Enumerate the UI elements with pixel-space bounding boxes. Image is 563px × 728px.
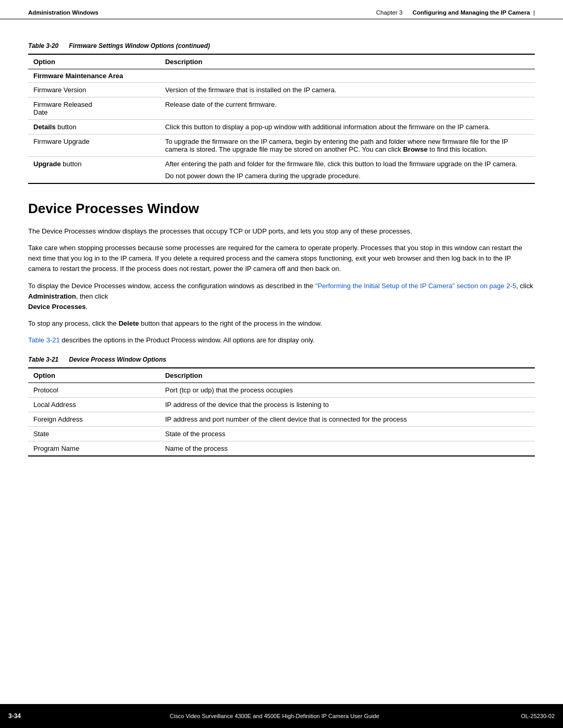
table20-title: Firmware Settings Window Options (contin…: [69, 42, 210, 50]
table20-caption: Table 3-20 Firmware Settings Window Opti…: [28, 42, 535, 50]
table-row: State State of the process: [28, 427, 535, 441]
para1: The Device Processes window displays the…: [28, 226, 535, 237]
table-row: Protocol Port (tcp or udp) that the proc…: [28, 383, 535, 398]
table-row: Firmware Upgrade To upgrade the firmware…: [28, 134, 535, 157]
row-option: Protocol: [28, 383, 160, 398]
table-row: Program Name Name of the process: [28, 441, 535, 456]
row-description: Version of the firmware that is installe…: [160, 83, 535, 97]
table21: Option Description Protocol Port (tcp or…: [28, 367, 535, 456]
page-footer: 3-34 Cisco Video Surveillance 4300E and …: [0, 704, 563, 728]
para4-suffix: button that appears to the right of the …: [139, 319, 322, 327]
table20-section-header: Firmware Maintenance Area: [28, 69, 535, 83]
row-option: Program Name: [28, 441, 160, 456]
table-row: Local Address IP address of the device t…: [28, 398, 535, 412]
footer-page-number: 3-34: [0, 704, 36, 728]
para5-suffix: describes the options in the Product Pro…: [60, 336, 315, 344]
table21-num: Table 3-21: [28, 356, 58, 363]
row-description: IP address of the device that the proces…: [160, 398, 535, 412]
table20-col1-header: Option: [28, 54, 160, 69]
para3-bold1: Administration: [28, 292, 76, 300]
row-option: State: [28, 427, 160, 441]
table-row: Upgrade button After entering the path a…: [28, 157, 535, 184]
para4: To stop any process, click the Delete bu…: [28, 318, 535, 329]
table21-col2-header: Description: [160, 368, 535, 383]
row-option: Firmware Upgrade: [28, 134, 160, 157]
table-row: Firmware ReleasedDate Release date of th…: [28, 97, 535, 120]
para3-link[interactable]: "Performing the Initial Setup of the IP …: [315, 282, 517, 290]
main-content: Table 3-20 Firmware Settings Window Opti…: [0, 19, 563, 514]
table-row: Details button Click this button to disp…: [28, 120, 535, 134]
row-option: Firmware ReleasedDate: [28, 97, 160, 120]
para3-suffix: , then click: [76, 292, 108, 300]
row-description: Name of the process: [160, 441, 535, 456]
para3-bold2: Device Processes: [28, 303, 86, 311]
para5: Table 3-21 describes the options in the …: [28, 335, 535, 346]
para3: To display the Device Processes window, …: [28, 281, 535, 312]
chapter-title: Configuring and Managing the IP Camera: [412, 9, 530, 16]
table21-title: Device Process Window Options: [69, 356, 166, 363]
header-left-label: Administration Windows: [28, 9, 99, 16]
footer-center-text: Cisco Video Surveillance 4300E and 4500E…: [36, 713, 512, 719]
table21-caption: Table 3-21 Device Process Window Options: [28, 356, 535, 363]
table21-col1-header: Option: [28, 368, 160, 383]
row-option: Details button: [28, 120, 160, 134]
row-description: Click this button to display a pop-up wi…: [160, 120, 535, 134]
table20-col2-header: Description: [160, 54, 535, 69]
row-description: IP address and port number of the client…: [160, 412, 535, 427]
row-description: State of the process: [160, 427, 535, 441]
section-title: Device Processes Window: [28, 201, 535, 217]
table-row: Firmware Version Version of the firmware…: [28, 83, 535, 97]
table20-section-label: Firmware Maintenance Area: [28, 69, 535, 83]
table-row: Foreign Address IP address and port numb…: [28, 412, 535, 427]
row-option: Firmware Version: [28, 83, 160, 97]
row-option: Foreign Address: [28, 412, 160, 427]
footer-right-text: OL-25230-02: [512, 713, 563, 719]
page-header: Administration Windows Chapter 3 Configu…: [0, 0, 563, 19]
row-description: To upgrade the firmware on the IP camera…: [160, 134, 535, 157]
para3-prefix: To display the Device Processes window, …: [28, 282, 315, 290]
row-description: Port (tcp or udp) that the process occup…: [160, 383, 535, 398]
chapter-label: Chapter 3: [376, 9, 403, 16]
para5-link[interactable]: Table 3-21: [28, 336, 60, 344]
para2: Take care when stopping processes becaus…: [28, 243, 535, 274]
row-option: Local Address: [28, 398, 160, 412]
row-description: Release date of the current firmware.: [160, 97, 535, 120]
table20-num: Table 3-20: [28, 42, 58, 50]
para4-bold: Delete: [118, 319, 139, 327]
header-right: Chapter 3 Configuring and Managing the I…: [376, 9, 535, 16]
table20: Option Description Firmware Maintenance …: [28, 54, 535, 184]
row-description: After entering the path and folder for t…: [160, 157, 535, 184]
para3-mid: , click: [516, 282, 533, 290]
para4-prefix: To stop any process, click the: [28, 319, 118, 327]
row-option: Upgrade button: [28, 157, 160, 184]
